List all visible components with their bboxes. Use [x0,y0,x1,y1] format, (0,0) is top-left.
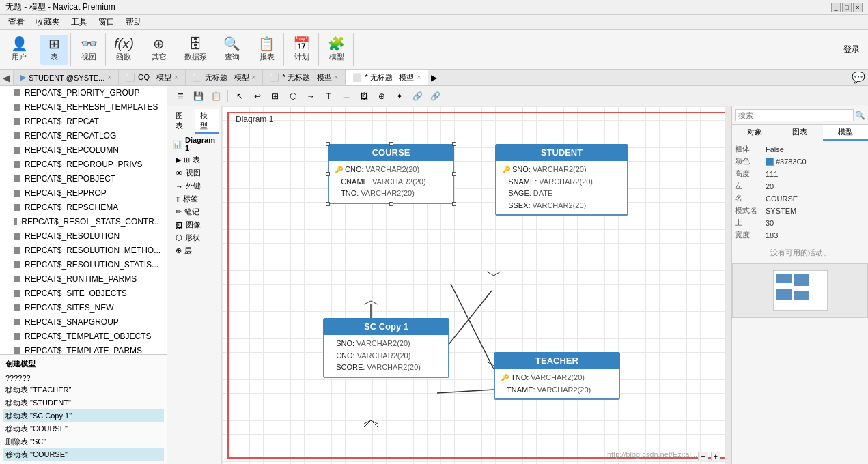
list-item[interactable]: REPCAT$_TEMPLATE_OBJECTS [0,330,167,344]
diagram-menu-icon[interactable]: ≡ [173,89,188,104]
tab-student-close[interactable]: × [107,74,111,81]
diagram-link2-icon[interactable]: 🔗 [410,89,425,104]
list-item[interactable]: REPCAT$_REPPROP [0,186,167,201]
menu-favorites[interactable]: 收藏夹 [30,15,66,29]
tab-qq-close[interactable]: × [174,74,178,81]
diagram-undo-icon[interactable]: ↩ [250,89,265,104]
zoom-controls[interactable]: − + [698,452,720,461]
entity-course[interactable]: COURSE 🔑 CNO: VARCHAR2(20) CNAME: VARCHA… [328,144,454,204]
list-item[interactable]: REPCAT$_RESOLUTION_STATIS... [0,258,167,272]
diagram-shape-icon[interactable]: ⊕ [374,89,389,104]
diagram-copy-icon[interactable]: 📋 [208,89,223,104]
diagram-canvas-wrap[interactable]: Diagram 1 [222,106,731,464]
tab-untitled3-close[interactable]: × [417,74,421,81]
zoom-out-icon[interactable]: − [698,452,708,461]
list-item[interactable]: REPCAT$_TEMPLATE_PARMS [0,344,167,354]
list-item[interactable]: REPCAT$_REPCATLOG [0,129,167,143]
diagram-sidebar-item-table[interactable]: ▶ ⊞ 表 [170,154,219,166]
zoom-in-icon[interactable]: + [711,452,720,461]
history-item-sccopy[interactable]: 移动表 "SC Copy 1" [3,409,164,422]
titlebar-controls[interactable]: _ □ × [831,3,863,12]
func-button[interactable]: f(x) 函数 [110,35,138,65]
history-item[interactable]: 移动表 "COURSE" [3,422,164,435]
menu-view[interactable]: 查看 [3,15,30,29]
list-item[interactable]: REPCAT$_REPCOLUMN [0,143,167,158]
tab-untitled2-close[interactable]: × [335,74,339,81]
diagram-text-icon[interactable]: T [321,89,336,104]
diagram-sidebar-item-diagram1[interactable]: 📊 Diagram 1 [170,134,219,154]
diagram-box-icon[interactable]: ⬡ [285,89,300,104]
list-item[interactable]: REPCAT$_REFRESH_TEMPLATES [0,100,167,115]
diagram-sidebar-item-layer[interactable]: ⊕ 层 [170,244,219,257]
prop-coarse: 粗体 False [735,144,865,154]
list-item[interactable]: REPCAT$_RESOL_STATS_CONTR... [0,215,167,229]
list-item[interactable]: REPCAT$_RUNTIME_PARMS [0,272,167,287]
table-button[interactable]: ⊞ 表 [40,35,68,65]
search-icon[interactable]: 🔍 [855,111,865,120]
history-item-course2[interactable]: 移动表 "COURSE" [3,448,164,461]
diagram-link3-icon[interactable]: 🔗 [428,89,443,104]
user-button[interactable]: 👤 用户 [5,35,33,65]
list-item[interactable]: REPCAT$_REPGROUP_PRIVS [0,158,167,172]
list-item[interactable]: REPCAT$_PRIORITY_GROUP [0,86,167,100]
diagram-save-icon[interactable]: 💾 [191,89,206,104]
diagram-line-icon[interactable]: ═ [339,89,354,104]
diagram-sidebar-item-shape[interactable]: ⬡ 形状 [170,231,219,244]
search-input[interactable] [735,109,854,121]
list-item[interactable]: REPCAT$_SITE_OBJECTS [0,287,167,301]
tabbar-actions[interactable]: 💬 [849,70,868,85]
list-item[interactable]: REPCAT$_REPCAT [0,115,167,129]
diagram-arrow-icon[interactable]: → [303,89,318,104]
list-item[interactable]: REPCAT$_REPSCHEMA [0,201,167,215]
entity-student[interactable]: STUDENT 🔑 SNO: VARCHAR2(20) SNAME: VARCH… [495,144,628,216]
diagram-sidebar-item-image[interactable]: 🖼 图像 [170,218,219,231]
diagram-image-icon[interactable]: 🖼 [356,89,372,104]
list-item[interactable]: REPCAT$_REPOBJECT [0,172,167,186]
menu-tools[interactable]: 工具 [66,15,93,29]
list-item[interactable]: REPCAT$_RESOLUTION [0,229,167,244]
tab-untitled-3[interactable]: ⬜ * 无标题 - 模型 × [346,70,428,85]
report-button[interactable]: 📋 报表 [253,35,281,65]
login-button[interactable]: 登录 [843,44,865,55]
rp-tab-model[interactable]: 模型 [823,125,868,141]
tab-untitled1-close[interactable]: × [252,74,256,81]
query-button[interactable]: 🔍 查询 [219,35,246,65]
history-item[interactable]: 删除表 "SC" [3,435,164,448]
diagram-select-icon[interactable]: ↖ [232,89,247,104]
maximize-button[interactable]: □ [842,3,852,12]
list-item[interactable]: REPCAT$_SNAPGROUP [0,315,167,330]
model-button[interactable]: 🧩 模型 [323,35,350,65]
close-button[interactable]: × [853,3,863,12]
entity-teacher[interactable]: TEACHER 🔑 TNO: VARCHAR2(20) TNAME: VARCH… [494,352,620,400]
diagram-tab-model[interactable]: 模型 [195,109,219,134]
diagram-sidebar-item-label[interactable]: T 标签 [170,192,219,205]
tab-student[interactable]: ▶ STUDENT @SYSTE... × [14,70,119,85]
svg-line-4 [364,301,371,304]
minimize-button[interactable]: _ [831,3,841,12]
history-item[interactable]: 移动表 "STUDENT" [3,396,164,409]
view-button[interactable]: 👓 视图 [75,35,102,65]
entity-sc-copy[interactable]: SC Copy 1 SNO: VARCHAR2(20) CNO: VARCHAR… [323,318,449,378]
diagram-grid-icon[interactable]: ⊞ [268,89,283,104]
rp-tab-chart[interactable]: 图表 [777,125,822,141]
diagram-sidebar-item-view[interactable]: 👁 视图 [170,166,219,179]
history-item[interactable]: ?????? [3,373,164,383]
menu-help[interactable]: 帮助 [120,15,148,29]
history-item[interactable]: 移动表 "TEACHER" [3,383,164,396]
list-item[interactable]: REPCAT$_SITES_NEW [0,301,167,315]
diagram-sidebar-item-fk[interactable]: → 外键 [170,179,219,192]
other-button[interactable]: ⊕ 其它 [145,35,173,65]
tabbar-more[interactable]: ▶ [428,70,440,85]
tab-untitled-2[interactable]: ⬜ * 无标题 - 模型 × [263,70,346,85]
datasource-button[interactable]: 🗄 数据泵 [180,35,211,65]
diagram-sidebar-item-note[interactable]: ✏ 笔记 [170,205,219,218]
list-item[interactable]: REPCAT$_RESOLUTION_METHO... [0,244,167,258]
diagram-link-icon[interactable]: ✦ [392,89,407,104]
tabbar-nav-back[interactable]: ◀ [0,70,14,85]
tab-qq-model[interactable]: ⬜ QQ - 模型 × [119,70,186,85]
rp-tab-object[interactable]: 对象 [732,125,777,141]
plan-button[interactable]: 📅 计划 [288,35,316,65]
diagram-tab-charts[interactable]: 图表 [170,109,195,134]
tab-untitled-1[interactable]: ⬜ 无标题 - 模型 × [186,70,264,85]
menu-window[interactable]: 窗口 [93,15,120,29]
